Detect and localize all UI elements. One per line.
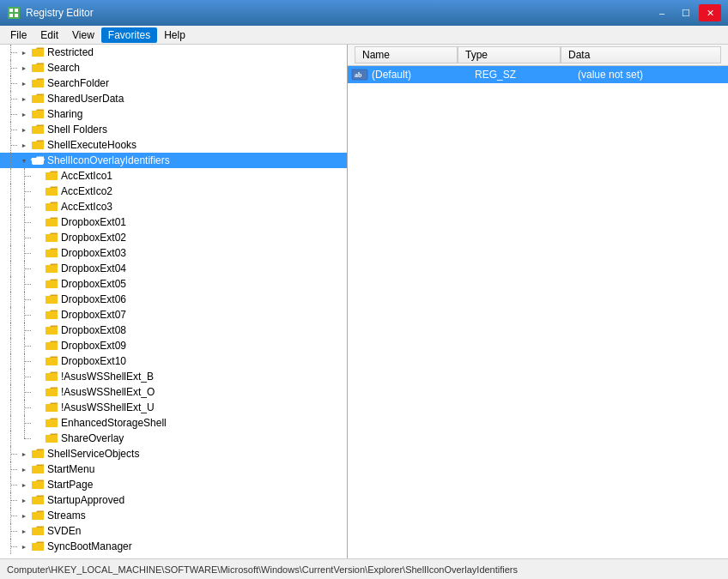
- svg-rect-8: [32, 95, 44, 103]
- registry-tree-panel: Restricted Search SearchFolder SharedUse…: [0, 45, 348, 558]
- tree-item-dropboxext05[interactable]: DropboxExt05: [0, 276, 347, 292]
- tree-item-dropboxext06[interactable]: DropboxExt06: [0, 292, 347, 307]
- tree-scroll-area[interactable]: Restricted Search SearchFolder SharedUse…: [0, 45, 347, 558]
- tree-connector: [17, 415, 31, 431]
- tree-expander-empty: [31, 354, 45, 368]
- tree-label-startupapproved: StartupApproved: [47, 494, 124, 506]
- tree-item-shareoverlay[interactable]: ShareOverlay: [0, 431, 347, 446]
- tree-item-streams[interactable]: Streams: [0, 508, 347, 523]
- tree-expander-startpage[interactable]: [17, 478, 31, 492]
- tree-expander-startupapproved[interactable]: [17, 493, 31, 507]
- menu-item-help[interactable]: Help: [157, 27, 192, 43]
- tree-label-dropboxext05: DropboxExt05: [61, 278, 126, 290]
- tree-item-startpage[interactable]: StartPage: [0, 477, 347, 492]
- tree-expander-shellexecutehooks[interactable]: [17, 138, 31, 152]
- tree-expander-syncbootmanager[interactable]: [17, 540, 31, 553]
- tree-item-shareduserdata[interactable]: SharedUserData: [0, 91, 347, 106]
- tree-item-search[interactable]: Search: [0, 60, 347, 75]
- tree-connector: [17, 431, 31, 446]
- tree-connector: [3, 492, 17, 508]
- main-content: Restricted Search SearchFolder SharedUse…: [0, 45, 728, 558]
- tree-expander-empty: [31, 169, 45, 183]
- title-bar: Registry Editor – ☐ ✕: [0, 0, 728, 26]
- menu-item-file[interactable]: File: [3, 27, 33, 43]
- tree-expander-shareduserdata[interactable]: [17, 92, 31, 106]
- tree-expander-searchfolder[interactable]: [17, 76, 31, 90]
- tree-item-dropboxext01[interactable]: DropboxExt01: [0, 214, 347, 230]
- tree-item-accextico3[interactable]: AccExtIco3: [0, 199, 347, 214]
- tree-expander-startmenu[interactable]: [17, 462, 31, 476]
- tree-item-dropboxext08[interactable]: DropboxExt08: [0, 323, 347, 338]
- column-header-data[interactable]: Data: [561, 46, 721, 63]
- tree-item-dropboxext04[interactable]: DropboxExt04: [0, 261, 347, 276]
- tree-expander-svden[interactable]: [17, 524, 31, 538]
- registry-entries-list[interactable]: ab (Default)REG_SZ(value not set): [348, 66, 728, 558]
- tree-item-startmenu[interactable]: StartMenu: [0, 461, 347, 477]
- folder-icon-search: [31, 63, 45, 73]
- tree-item-asusws_o[interactable]: !AsusWSShellExt_O: [0, 384, 347, 400]
- tree-line-0: [3, 384, 17, 400]
- menu-item-favorites[interactable]: Favorites: [101, 27, 157, 43]
- tree-expander-search[interactable]: [17, 61, 31, 75]
- tree-item-shellserviceobjects[interactable]: ShellServiceObjects: [0, 446, 347, 461]
- tree-item-sharing[interactable]: Sharing: [0, 106, 347, 122]
- close-button[interactable]: ✕: [699, 4, 721, 21]
- window-title: Registry Editor: [26, 7, 94, 19]
- svg-rect-35: [32, 528, 44, 535]
- maximize-button[interactable]: ☐: [675, 4, 697, 21]
- folder-icon-dropboxext09: [45, 341, 58, 351]
- folder-icon-shareoverlay: [45, 433, 58, 443]
- tree-item-asusws_u[interactable]: !AsusWSShellExt_U: [0, 400, 347, 415]
- tree-item-startupapproved[interactable]: StartupApproved: [0, 492, 347, 508]
- menu-item-edit[interactable]: Edit: [33, 27, 65, 43]
- tree-expander-restricted[interactable]: [17, 45, 31, 59]
- tree-item-shelliconoverlayidentifiers[interactable]: ShellIconOverlayIdentifiers: [0, 153, 347, 168]
- tree-expander-shellfolders[interactable]: [17, 123, 31, 136]
- tree-item-dropboxext03[interactable]: DropboxExt03: [0, 245, 347, 261]
- tree-connector: [17, 353, 31, 369]
- tree-connector: [3, 137, 17, 153]
- tree-connector: [3, 523, 17, 539]
- tree-item-asusws_b[interactable]: !AsusWSShellExt_B: [0, 369, 347, 384]
- tree-expander-empty: [31, 277, 45, 291]
- tree-item-dropboxext02[interactable]: DropboxExt02: [0, 230, 347, 245]
- tree-expander-shelliconoverlayidentifiers[interactable]: [17, 154, 31, 167]
- column-header-type[interactable]: Type: [458, 46, 561, 63]
- tree-item-shellexecutehooks[interactable]: ShellExecuteHooks: [0, 137, 347, 153]
- tree-label-streams: Streams: [47, 510, 86, 522]
- menu-item-view[interactable]: View: [65, 27, 101, 43]
- tree-expander-shellserviceobjects[interactable]: [17, 447, 31, 461]
- tree-expander-empty: [31, 200, 45, 214]
- tree-item-dropboxext09[interactable]: DropboxExt09: [0, 338, 347, 353]
- svg-rect-28: [46, 419, 58, 427]
- svg-rect-24: [46, 358, 58, 365]
- folder-icon-startpage: [31, 479, 45, 490]
- tree-connector: [17, 323, 31, 338]
- folder-icon-accextico2: [45, 186, 58, 196]
- tree-item-syncbootmanager[interactable]: SyncBootManager: [0, 539, 347, 554]
- svg-rect-36: [32, 543, 44, 551]
- minimize-button[interactable]: –: [651, 4, 673, 21]
- tree-item-shellfolders[interactable]: Shell Folders: [0, 122, 347, 137]
- tree-label-startpage: StartPage: [47, 479, 93, 491]
- svg-rect-2: [15, 9, 18, 12]
- tree-item-dropboxext10[interactable]: DropboxExt10: [0, 353, 347, 369]
- tree-expander-sharing[interactable]: [17, 107, 31, 121]
- reg-entry-data: (value not set): [578, 69, 725, 81]
- tree-expander-streams[interactable]: [17, 509, 31, 522]
- tree-label-sharing: Sharing: [47, 108, 82, 120]
- tree-label-dropboxext08: DropboxExt08: [61, 324, 126, 336]
- tree-item-enhancedstorageshell[interactable]: EnhancedStorageShell: [0, 415, 347, 431]
- tree-connector: [17, 245, 31, 261]
- tree-item-accextico2[interactable]: AccExtIco2: [0, 184, 347, 199]
- svg-rect-11: [32, 142, 44, 149]
- tree-item-restricted[interactable]: Restricted: [0, 45, 347, 60]
- status-path: Computer\HKEY_LOCAL_MACHINE\SOFTWARE\Mic…: [7, 564, 518, 575]
- tree-item-dropboxext07[interactable]: DropboxExt07: [0, 307, 347, 323]
- registry-row-default[interactable]: ab (Default)REG_SZ(value not set): [348, 66, 728, 83]
- tree-item-accextico1[interactable]: AccExtIco1: [0, 168, 347, 184]
- column-header-name[interactable]: Name: [355, 46, 458, 63]
- tree-item-svden[interactable]: SVDEn: [0, 523, 347, 539]
- tree-label-search: Search: [47, 62, 80, 74]
- tree-item-searchfolder[interactable]: SearchFolder: [0, 75, 347, 91]
